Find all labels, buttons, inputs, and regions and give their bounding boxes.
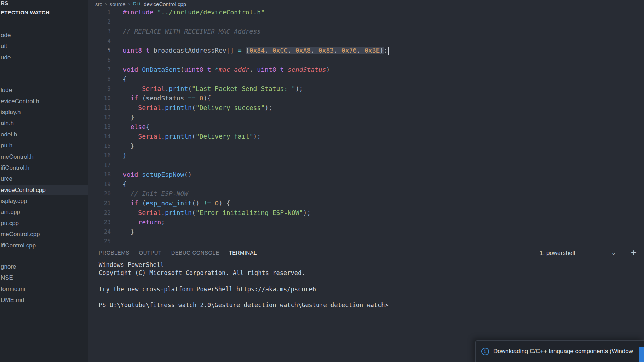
line-number: 21	[89, 198, 111, 208]
terminal-selector-dropdown[interactable]: 1: powershell ⌄	[538, 248, 619, 258]
sidebar-item[interactable]: ude	[0, 52, 88, 63]
code-text[interactable]: uint8_t broadcastAddressRev[] = {0x84, 0…	[123, 46, 389, 55]
notification-cutoff-element[interactable]	[639, 347, 644, 362]
code-text[interactable]: {	[123, 179, 127, 189]
code-line[interactable]: 3// REPLACE WITH RECEIVER MAC Address	[89, 27, 644, 36]
code-line[interactable]: 18void setupEspNow()	[89, 170, 644, 179]
code-lines[interactable]: 1#include "../include/deviceControl.h"23…	[89, 7, 644, 246]
code-line[interactable]: 25	[89, 237, 644, 246]
chevron-down-icon: ⌄	[611, 251, 616, 255]
code-text[interactable]: Serial.println("Error initializing ESP-N…	[123, 208, 311, 217]
sidebar-item[interactable]: isplay.cpp	[0, 195, 88, 206]
code-text[interactable]: if (sendStatus == 0){	[123, 93, 211, 103]
code-text[interactable]: }	[123, 112, 134, 122]
notification-message: Downloading C/C++ language components (W…	[493, 348, 633, 355]
panel-tab-terminal[interactable]: TERMINAL	[229, 246, 257, 259]
code-line[interactable]: 6	[89, 55, 644, 65]
sidebar-item[interactable]: urce	[0, 173, 88, 184]
code-text[interactable]: #include "../include/deviceControl.h"	[123, 7, 265, 17]
sidebar-item[interactable]: uit	[0, 41, 88, 52]
code-line[interactable]: 8{	[89, 74, 644, 84]
sidebar-item[interactable]: ain.cpp	[0, 206, 88, 217]
code-line[interactable]: 9 Serial.print("Last Packet Send Status:…	[89, 84, 644, 93]
code-line[interactable]: 15 }	[89, 141, 644, 151]
explorer-section-header[interactable]: ETECTION WATCH	[1, 10, 50, 16]
code-text[interactable]: // Init ESP-NOW	[123, 189, 188, 198]
sidebar-item[interactable]: eviceControl.cpp	[0, 185, 88, 195]
code-line[interactable]: 22 Serial.println("Error initializing ES…	[89, 208, 644, 217]
code-text[interactable]: Serial.print("Last Packet Send Status: "…	[123, 84, 303, 93]
line-number: 23	[89, 217, 111, 227]
code-line[interactable]: 4	[89, 36, 644, 46]
panel-tab-output[interactable]: OUTPUT	[139, 246, 162, 259]
line-number: 5	[89, 46, 111, 55]
breadcrumb-item-src[interactable]: src	[95, 1, 102, 7]
code-line[interactable]: 16}	[89, 151, 644, 160]
breadcrumb-item-file[interactable]: deviceControl.cpp	[144, 1, 186, 7]
line-number: 22	[89, 208, 111, 217]
code-text[interactable]: if (esp_now_init() != 0) {	[123, 198, 230, 208]
code-line[interactable]: 10 if (sendStatus == 0){	[89, 93, 644, 103]
sidebar-item[interactable]: NSE	[0, 272, 88, 283]
sidebar-item[interactable]: pu.h	[0, 140, 88, 151]
line-number: 24	[89, 227, 111, 237]
breadcrumb-item-source[interactable]: source	[110, 1, 126, 7]
code-text[interactable]: }	[123, 151, 127, 160]
code-line[interactable]: 17	[89, 160, 644, 170]
code-line[interactable]: 1#include "../include/deviceControl.h"	[89, 7, 644, 17]
code-text[interactable]: Serial.println("Delivery fail");	[123, 132, 261, 141]
code-text[interactable]: void setupEspNow()	[123, 170, 192, 179]
code-line[interactable]: 14 Serial.println("Delivery fail");	[89, 132, 644, 141]
sidebar-item[interactable]: ifiControl.h	[0, 162, 88, 173]
code-text[interactable]: }	[123, 227, 134, 237]
sidebar-item[interactable]: ifiControl.cpp	[0, 240, 88, 251]
explorer-sidebar: RS ETECTION WATCH odeuitudeludeeviceCont…	[0, 0, 88, 362]
sidebar-item[interactable]: eviceControl.h	[0, 96, 88, 107]
sidebar-item[interactable]: ain.h	[0, 118, 88, 129]
text-cursor	[388, 47, 389, 55]
code-line[interactable]: 23 return;	[89, 217, 644, 227]
chevron-right-icon: ›	[105, 1, 107, 7]
code-line[interactable]: 20 // Init ESP-NOW	[89, 189, 644, 198]
code-line[interactable]: 13 else{	[89, 122, 644, 132]
code-line[interactable]: 21 if (esp_now_init() != 0) {	[89, 198, 644, 208]
code-line[interactable]: 11 Serial.println("Delivery success");	[89, 103, 644, 112]
sidebar-item[interactable]: formio.ini	[0, 284, 88, 294]
code-text[interactable]: {	[123, 74, 127, 84]
line-number: 15	[89, 141, 111, 151]
line-number: 17	[89, 160, 111, 170]
sidebar-item[interactable]: gnore	[0, 261, 88, 272]
sidebar-item[interactable]: odel.h	[0, 129, 88, 140]
code-line[interactable]: 12 }	[89, 112, 644, 122]
code-text[interactable]: }	[123, 141, 134, 151]
sidebar-title: RS	[1, 0, 8, 6]
terminal-line	[99, 277, 389, 285]
code-line[interactable]: 24 }	[89, 227, 644, 237]
panel-tab-debug-console[interactable]: DEBUG CONSOLE	[171, 246, 219, 259]
sidebar-item[interactable]: isplay.h	[0, 107, 88, 118]
code-line[interactable]: 19{	[89, 179, 644, 189]
sidebar-item[interactable]: meControl.h	[0, 151, 88, 162]
line-number: 2	[89, 17, 111, 27]
code-text[interactable]: else{	[123, 122, 150, 132]
terminal-line	[99, 293, 389, 302]
code-text[interactable]: // REPLACE WITH RECEIVER MAC Address	[123, 27, 261, 36]
line-number: 9	[89, 84, 111, 93]
code-line[interactable]: 2	[89, 17, 644, 27]
panel-tab-problems[interactable]: PROBLEMS	[99, 246, 130, 259]
code-line[interactable]: 5uint8_t broadcastAddressRev[] = {0x84, …	[89, 46, 644, 55]
sidebar-item[interactable]: lude	[0, 84, 88, 95]
sidebar-item[interactable]: ode	[0, 30, 88, 41]
sidebar-item[interactable]: DME.md	[0, 294, 88, 305]
code-line[interactable]: 7void OnDataSent(uint8_t *mac_addr, uint…	[89, 65, 644, 74]
terminal-output[interactable]: Windows PowerShellCopyright (C) Microsof…	[99, 261, 389, 309]
new-terminal-button[interactable]: +	[628, 247, 639, 258]
sidebar-item[interactable]: pu.cpp	[0, 218, 88, 229]
code-text[interactable]: Serial.println("Delivery success");	[123, 103, 272, 112]
sidebar-item[interactable]: meControl.cpp	[0, 229, 88, 240]
code-text[interactable]: return;	[123, 217, 165, 227]
code-text[interactable]: void OnDataSent(uint8_t *mac_addr, uint8…	[123, 65, 330, 74]
notification-toast: i Downloading C/C++ language components …	[475, 340, 644, 362]
code-editor[interactable]: src › source › C++ deviceControl.cpp 1#i…	[89, 0, 644, 246]
line-number: 11	[89, 103, 111, 112]
